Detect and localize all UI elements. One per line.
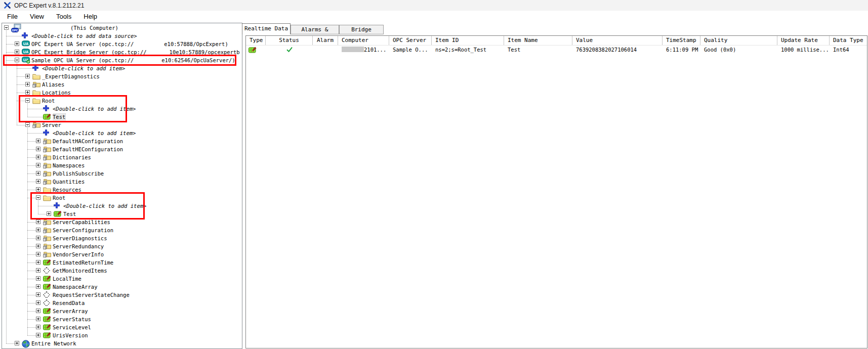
tree-item-serverdiagnostics[interactable]: ServerDiagnostics [2, 234, 242, 242]
column-header-data-type[interactable]: Data Type [830, 36, 867, 45]
column-header-alarm[interactable]: Alarm [313, 36, 338, 45]
tree-item-serverstatus[interactable]: ServerStatus [2, 315, 242, 323]
expand-icon[interactable] [36, 260, 40, 265]
tree-item-publishsubscribe[interactable]: PublishSubscribe [2, 169, 242, 178]
tree-item-estimatedreturntime[interactable]: EstimatedReturnTime [2, 258, 242, 267]
expand-icon[interactable] [36, 292, 40, 297]
expand-icon[interactable] [36, 309, 40, 313]
tree-item-defaulthaconfiguration[interactable]: DefaultHAConfiguration [2, 137, 242, 145]
tree-item-double-click-to-add-item[interactable]: <Double-click to add item> [2, 129, 242, 137]
tree-item-test[interactable]: Test [2, 113, 242, 121]
expand-icon[interactable] [36, 325, 40, 329]
expand-icon[interactable] [15, 41, 19, 46]
expand-icon[interactable] [36, 252, 40, 256]
redacted-text [134, 62, 161, 62]
tree-item-root[interactable]: Root [2, 97, 242, 105]
tree-item-locations[interactable]: Locations [2, 89, 242, 97]
tree-item-text: Test [63, 211, 76, 217]
column-header-item-name[interactable]: Item Name [504, 36, 572, 45]
tab-realtime-data[interactable]: Realtime Data [242, 23, 291, 34]
expand-icon[interactable] [36, 284, 40, 289]
tree-item-quantities[interactable]: Quantities [2, 178, 242, 186]
column-header-timestamp[interactable]: TimeStamp [663, 36, 700, 45]
tree-item-urisversion[interactable]: UrisVersion [2, 331, 242, 339]
menu-tools[interactable]: Tools [50, 12, 77, 22]
menu-help[interactable]: Help [77, 12, 103, 22]
tree-item-getmonitoreditems[interactable]: GetMonitoredItems [2, 267, 242, 275]
column-header-type[interactable]: Type [246, 36, 266, 45]
tree-item-localtime[interactable]: LocalTime [2, 275, 242, 283]
expand-icon[interactable] [36, 147, 40, 151]
tree-item-namespaces[interactable]: Namespaces [2, 161, 242, 169]
menu-file[interactable]: File [1, 12, 24, 22]
tree-item-double-click-to-add-item[interactable]: <Double-click to add item> [2, 64, 242, 72]
tree-item-label: PublishSubscribe [53, 169, 242, 178]
tree-item-serverarray[interactable]: ServerArray [2, 307, 242, 315]
tree-item-text: PublishSubscribe [53, 170, 104, 177]
tree-item-text: ServerStatus [53, 316, 91, 322]
expand-icon[interactable] [36, 236, 40, 240]
tree-item-expertdiagnostics[interactable]: _ExpertDiagnostics [2, 72, 242, 80]
column-header-item-id[interactable]: Item ID [432, 36, 504, 45]
tree-item-double-click-to-add-data-source[interactable]: <Double-click to add data source> [2, 32, 242, 40]
tree-guide-line [27, 101, 28, 117]
tree-item-sample-opc-ua-server-opc-tcp-e10-62546-opcuaserver[interactable]: UASample OPC UA Server (opc.tcp://e10:62… [2, 56, 242, 64]
tree-item-text: EstimatedReturnTime [53, 259, 113, 266]
expand-icon[interactable] [36, 171, 40, 176]
column-header-computer[interactable]: Computer [338, 36, 389, 45]
tree-item-opc-expert-ua-server-opc-tcp-e10-57888-opcexpert[interactable]: UAOPC Expert UA Server (opc.tcp://e10:57… [2, 40, 242, 48]
tree-item-requestserverstatechange[interactable]: RequestServerStateChange [2, 291, 242, 299]
tab-bridge[interactable]: Bridge [339, 25, 384, 34]
expand-icon[interactable] [36, 244, 40, 248]
expand-icon[interactable] [36, 187, 40, 192]
tree-item-namespacearray[interactable]: NamespaceArray [2, 283, 242, 291]
tree-item-text: Entire Network [31, 340, 76, 346]
table-row[interactable]: 2101...Sample O...ns=2;s=Root_TestTest76… [246, 46, 867, 54]
tree-item-resenddata[interactable]: ResendData [2, 299, 242, 307]
expand-icon[interactable] [36, 333, 40, 337]
tab-alarms-events[interactable]: Alarms & Events [291, 25, 339, 34]
cell-item-id: ns=2;s=Root_Test [432, 46, 504, 54]
column-header-value[interactable]: Value [572, 36, 663, 45]
tree-item-text: Aliases [42, 81, 64, 88]
tag-item-icon [43, 259, 51, 266]
expand-icon[interactable] [47, 211, 51, 216]
expand-icon[interactable] [36, 317, 40, 321]
expand-icon[interactable] [36, 179, 40, 184]
expand-icon[interactable] [36, 139, 40, 143]
expand-icon[interactable] [25, 74, 30, 78]
expand-icon[interactable] [36, 155, 40, 159]
tree-item-dictionaries[interactable]: Dictionaries [2, 153, 242, 161]
tree-item-label: DefaultHEConfiguration [53, 145, 242, 153]
tree-item-resources[interactable]: Resources [2, 186, 242, 194]
tree-item-serverconfiguration[interactable]: ServerConfiguration [2, 226, 242, 234]
tree-item-serverredundancy[interactable]: ServerRedundancy [2, 242, 242, 250]
column-header-quality[interactable]: Quality [700, 36, 777, 45]
add-plus-icon [22, 32, 28, 38]
column-header-opc-server[interactable]: OPC Server [389, 36, 432, 45]
expand-icon[interactable] [36, 300, 40, 305]
tree-item-opc-expert-bridge-server-opc-tcp-10e10-57889-opcexpertb[interactable]: UAOPC Expert Bridge Server (opc.tcp://10… [2, 48, 242, 56]
tree-item-vendorserverinfo[interactable]: VendorServerInfo [2, 250, 242, 258]
tree-item-label: Aliases [42, 80, 242, 89]
tree-item-defaultheconfiguration[interactable]: DefaultHEConfiguration [2, 145, 242, 153]
tree-item-server[interactable]: Server [2, 121, 242, 129]
tree-item-this-computer[interactable]: OPC(This Computer) [2, 24, 242, 32]
expand-icon[interactable] [36, 228, 40, 232]
expand-icon[interactable] [15, 50, 19, 54]
expand-icon[interactable] [36, 163, 40, 167]
tree-item-double-click-to-add-item[interactable]: <Double-click to add item> [2, 105, 242, 113]
tree-item-entire-network[interactable]: Entire Network [2, 339, 242, 347]
column-header-status[interactable]: Status [266, 36, 313, 45]
column-header-update-rate[interactable]: Update Rate [777, 36, 830, 45]
tree-item-servicelevel[interactable]: ServiceLevel [2, 323, 242, 331]
expand-icon[interactable] [36, 276, 40, 281]
expand-icon[interactable] [36, 220, 40, 224]
expand-icon[interactable] [15, 341, 19, 345]
expand-icon[interactable] [25, 90, 30, 95]
expand-icon[interactable] [25, 82, 30, 86]
menu-view[interactable]: View [24, 12, 50, 22]
tree-item-servercapabilities[interactable]: ServerCapabilities [2, 218, 242, 226]
tree-item-aliases[interactable]: Aliases [2, 80, 242, 89]
expand-icon[interactable] [36, 268, 40, 273]
